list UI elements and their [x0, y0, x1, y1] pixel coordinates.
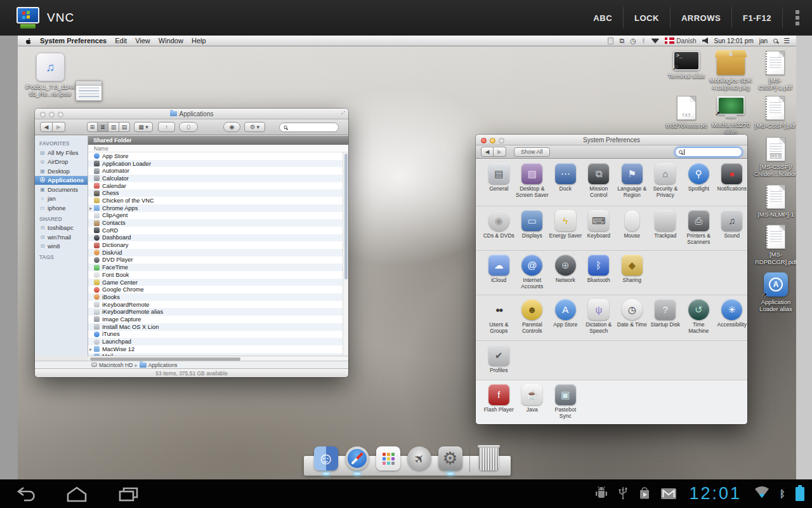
finder-row-chrome-apps[interactable]: ▶Chrome Apps — [88, 204, 343, 212]
search-input[interactable] — [686, 149, 738, 156]
finder-row-dashboard[interactable]: Dashboard — [88, 234, 343, 242]
pref-pane-profiles[interactable]: ✔Profiles — [482, 345, 516, 380]
pref-pane-users-groups[interactable]: ●●Users & Groups — [482, 299, 516, 340]
volume-menu-icon[interactable] — [702, 37, 709, 44]
pref-pane-energy-saver[interactable]: ϟEnergy Saver — [549, 210, 582, 250]
pref-pane-time-machine[interactable]: ↺Time Machine — [682, 299, 716, 340]
finder-row-macwise-12[interactable]: ▶MacWise 12 — [88, 345, 343, 353]
vnc-button-lock[interactable]: LOCK — [624, 0, 670, 36]
sidebar-item-airdrop[interactable]: ◎AirDrop — [35, 157, 88, 167]
sidebar-item-all-my-files[interactable]: ▤All My Files — [35, 148, 88, 157]
sidebar-item-documents[interactable]: ▣Documents — [35, 185, 88, 194]
desktop-icon-mocha-tn3270-alias[interactable]: ↗Mocha tn3270 alias — [709, 95, 753, 140]
minimize-button[interactable] — [490, 138, 495, 144]
desktop-icon-webpage-document-icon[interactable] — [67, 79, 111, 103]
safari-icon[interactable] — [345, 446, 369, 471]
finder-row-contacts[interactable]: Contacts — [88, 219, 343, 227]
coverflow-view-button[interactable]: ▤ — [119, 122, 130, 132]
system-preferences-title-bar[interactable]: System Preferences — [476, 135, 747, 145]
pref-pane-app-store[interactable]: AApp Store — [549, 299, 582, 340]
trash-icon[interactable] — [479, 447, 499, 471]
finder-row-application-loader[interactable]: Application Loader — [88, 160, 343, 168]
pref-pane-spotlight[interactable]: ⚲Spotlight — [682, 163, 716, 206]
pref-pane-displays[interactable]: ▭Displays — [516, 210, 549, 250]
notification-center-icon[interactable]: ☰ — [783, 37, 790, 45]
android-home-button[interactable] — [65, 485, 88, 503]
list-view-button[interactable]: ≣ — [98, 122, 108, 132]
finder-row-font-book[interactable]: Font Book — [88, 271, 343, 279]
column-view-button[interactable]: ▥ — [108, 122, 119, 132]
desktop-icon-mobilogics-sdk-4-1alpha2-pkg[interactable]: Mobilogics SDK 4.1alpha2.pkg — [709, 50, 753, 95]
pref-pane-parental-controls[interactable]: ☻Parental Controls — [516, 299, 549, 340]
desktop-icon-ms-rdpbcgr-pdf[interactable]: [MS-RDPBCGR].pdf — [754, 224, 796, 265]
pref-pane-general[interactable]: ▤General — [482, 163, 516, 206]
path-item-macintosh-hd[interactable]: Macintosh HD — [91, 362, 133, 368]
pref-pane-language-region[interactable]: ⚑Language & Region — [615, 163, 649, 206]
action-menu-button[interactable]: ⚙ ▾ — [244, 122, 265, 132]
launchpad-icon[interactable]: ✈ — [407, 446, 431, 471]
arrange-menu-button[interactable]: ▦ ▾ — [134, 122, 153, 132]
bluetooth-menu-icon[interactable]: ᛒ — [642, 37, 645, 44]
backup-status-icon[interactable] — [608, 37, 613, 44]
menu-help[interactable]: Help — [192, 37, 206, 44]
zoom-button[interactable] — [499, 138, 504, 144]
disclosure-triangle-icon[interactable]: ▶ — [88, 206, 94, 210]
user-menu[interactable]: jan — [759, 37, 768, 44]
sidebar-item-applications[interactable]: ⒶApplications — [35, 176, 88, 185]
show-all-button[interactable]: Show All — [514, 147, 550, 157]
zoom-button[interactable] — [58, 112, 63, 117]
finder-row-dvd-player[interactable]: DVD Player — [88, 257, 343, 264]
overflow-menu-button[interactable] — [783, 0, 812, 36]
sidebar-item-jan[interactable]: ⌂jan — [35, 194, 88, 204]
finder-search-field[interactable] — [279, 123, 339, 132]
android-back-button[interactable] — [15, 485, 37, 503]
pref-pane-icloud[interactable]: ☁iCloud — [482, 255, 516, 295]
back-button[interactable]: ◀ — [40, 122, 53, 132]
vnc-button-arrows[interactable]: ARROWS — [671, 0, 731, 36]
finder-row-calculator[interactable]: Calculator — [88, 175, 343, 182]
menu-edit[interactable]: Edit — [115, 37, 127, 44]
pref-pane-dictation-speech[interactable]: ψDictation & Speech — [582, 299, 616, 340]
finder-row-clipagent[interactable]: ClipAgent — [88, 212, 343, 220]
time-machine-menu-icon[interactable]: ◷ — [630, 37, 636, 45]
pref-pane-accessibility[interactable]: ✳Accessibility — [716, 299, 748, 340]
sidebar-item-win8[interactable]: ⊟win8 — [35, 242, 88, 251]
search-input[interactable] — [289, 124, 334, 130]
vnc-button-f1-f12[interactable]: F1-F12 — [732, 0, 782, 36]
pref-pane-mission-control[interactable]: ⧉Mission Control — [582, 163, 616, 206]
sidebar-item-toshibapc[interactable]: ⊟toshibapc — [35, 224, 88, 233]
finder-row-ibooks[interactable]: iBooks — [88, 293, 343, 301]
pref-pane-date-time[interactable]: ◷Date & Time — [615, 299, 649, 340]
finder-row-chicken-of-the-vnc[interactable]: Chicken of the VNC — [88, 197, 343, 204]
spotlight-search-icon[interactable] — [773, 39, 778, 43]
finder-row-launchpad[interactable]: Launchpad — [88, 338, 343, 345]
finder-row-app-store[interactable]: App Store — [88, 152, 343, 160]
pref-pane-cds-dvds[interactable]: ◉CDs & DVDs — [482, 210, 516, 250]
desktop-icon-application-loader-alias[interactable]: A↗Application Loader alias — [754, 271, 796, 313]
menu-view[interactable]: View — [135, 37, 150, 44]
pref-pane-dock[interactable]: ⋯Dock — [549, 163, 582, 206]
forward-button[interactable]: ▶ — [494, 147, 506, 157]
desktop-icon-ms-cssp-1-pdf[interactable]: [MS-CSSP]-1.pdf — [753, 50, 796, 95]
close-button[interactable] — [40, 112, 46, 117]
finder-title-bar[interactable]: Applications ⤢ — [35, 109, 348, 119]
vnc-button-abc[interactable]: ABC — [582, 0, 623, 36]
minimize-button[interactable] — [49, 112, 55, 117]
finder-row-cord[interactable]: CoRD — [88, 227, 343, 234]
vertical-scrollbar[interactable] — [343, 152, 348, 356]
display-mirroring-icon[interactable]: ⧉ — [619, 37, 624, 45]
apple-menu[interactable] — [24, 37, 32, 45]
horizontal-scrollbar[interactable] — [89, 356, 348, 361]
preferences-search-field[interactable] — [675, 147, 742, 157]
pref-pane-notifications[interactable]: ●Notifications — [716, 163, 748, 206]
menu-bar-clock[interactable]: Sun 12:01 pm — [714, 37, 754, 44]
app-grid-icon[interactable] — [376, 446, 400, 471]
desktop-icon-terminal-alias[interactable]: ↗Terminal alias — [664, 50, 709, 95]
sidebar-item-iphone[interactable]: ▭iphone — [35, 203, 88, 213]
menu-system-preferences[interactable]: System Preferences — [40, 37, 107, 44]
close-button[interactable] — [481, 138, 487, 144]
system-preferences-icon[interactable]: ⚙ — [438, 446, 462, 471]
tags-button[interactable]: ⬯ — [179, 122, 198, 132]
finder-row-image-capture[interactable]: Image Capture — [88, 316, 343, 323]
back-button[interactable]: ◀ — [481, 147, 494, 157]
